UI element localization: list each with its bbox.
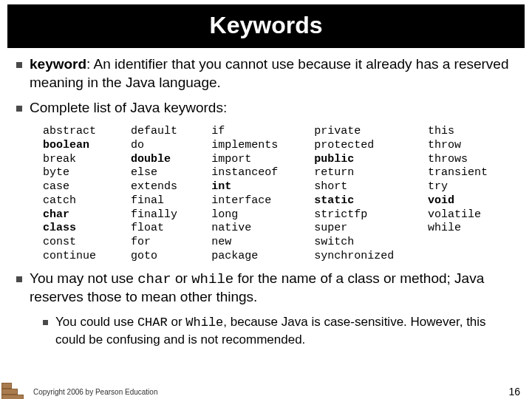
bullet-text: Complete list of Java keywords: bbox=[30, 99, 227, 117]
copyright-text: Copyright 2006 by Pearson Education bbox=[33, 388, 157, 396]
bullet-may-not-use: You may not use char or while for the na… bbox=[16, 270, 516, 307]
keyword-char: char bbox=[43, 208, 69, 221]
keyword-this: this bbox=[428, 125, 454, 137]
slide: Keywords keyword: An identifier that you… bbox=[0, 4, 532, 399]
keyword-do: do bbox=[131, 139, 144, 151]
keyword-transient: transient bbox=[428, 166, 488, 179]
text-fragment: You could use bbox=[55, 315, 137, 329]
stair-step bbox=[1, 383, 12, 389]
keyword-throws: throws bbox=[428, 153, 468, 166]
keyword-int: int bbox=[211, 180, 231, 193]
keyword-double: double bbox=[131, 153, 171, 166]
keyword-break: break bbox=[43, 153, 76, 166]
keyword-default: default bbox=[131, 125, 177, 137]
code-char: char bbox=[137, 271, 171, 287]
code-char-upper: CHAR bbox=[137, 316, 168, 330]
keyword-abstract: abstract bbox=[43, 125, 96, 137]
keywords-col-3: if implements import instanceof int inte… bbox=[211, 125, 314, 264]
keyword-switch: switch bbox=[314, 236, 354, 248]
page-number: 16 bbox=[508, 386, 520, 398]
slide-title: Keywords bbox=[7, 4, 525, 48]
keyword-float: float bbox=[131, 222, 164, 234]
keyword-implements: implements bbox=[211, 139, 278, 151]
keyword-try: try bbox=[428, 180, 448, 193]
keyword-super: super bbox=[314, 222, 347, 234]
code-while: while bbox=[191, 271, 233, 287]
keyword-native: native bbox=[211, 222, 251, 234]
keyword-final: final bbox=[131, 194, 164, 207]
keywords-col-2: default do double else extends final fin… bbox=[131, 125, 211, 264]
keyword-new: new bbox=[211, 236, 231, 248]
keyword-strictfp: strictfp bbox=[314, 208, 367, 221]
text-fragment: You may not use bbox=[30, 270, 137, 286]
keyword-finally: finally bbox=[131, 208, 177, 221]
keywords-col-4: private protected public return short st… bbox=[314, 125, 428, 264]
keyword-void: void bbox=[428, 194, 454, 207]
keyword-return: return bbox=[314, 166, 354, 179]
stairs-icon bbox=[1, 381, 24, 399]
keyword-interface: interface bbox=[211, 194, 271, 207]
sub-bullet-case-sensitive: You could use CHAR or While, because Jav… bbox=[43, 314, 516, 349]
keyword-const: const bbox=[43, 236, 76, 248]
keyword-package: package bbox=[211, 250, 258, 262]
bullet-marker-icon bbox=[16, 276, 22, 282]
keyword-else: else bbox=[131, 166, 157, 179]
bullet-marker-icon bbox=[16, 106, 22, 112]
bullet-marker-icon bbox=[16, 62, 22, 68]
keyword-case: case bbox=[43, 180, 69, 193]
keyword-if: if bbox=[211, 125, 225, 137]
keyword-goto: goto bbox=[131, 250, 157, 262]
definition-text: : An identifier that you cannot use beca… bbox=[30, 56, 509, 90]
keyword-for: for bbox=[131, 236, 151, 248]
keyword-synchronized: synchronized bbox=[314, 250, 394, 262]
keyword-term: keyword bbox=[30, 56, 86, 72]
keyword-continue: continue bbox=[43, 250, 96, 262]
keyword-import: import bbox=[211, 153, 251, 166]
keywords-col-5: this throw throws transient try void vol… bbox=[428, 125, 516, 264]
keyword-extends: extends bbox=[131, 180, 177, 193]
stair-step bbox=[1, 389, 18, 395]
keyword-byte: byte bbox=[43, 166, 69, 179]
bullet-complete-list: Complete list of Java keywords: bbox=[16, 99, 516, 117]
keyword-instanceof: instanceof bbox=[211, 166, 278, 179]
bullet-definition: keyword: An identifier that you cannot u… bbox=[16, 55, 516, 92]
text-fragment: or bbox=[168, 315, 186, 329]
keyword-throw: throw bbox=[428, 139, 461, 151]
keyword-boolean: boolean bbox=[43, 139, 89, 151]
text-fragment: or bbox=[171, 270, 191, 286]
bullet-marker-icon bbox=[43, 320, 48, 325]
keyword-public: public bbox=[314, 153, 354, 166]
bullet-text: keyword: An identifier that you cannot u… bbox=[30, 55, 516, 92]
keyword-short: short bbox=[314, 180, 347, 193]
keyword-private: private bbox=[314, 125, 361, 137]
sub-bullet-text: You could use CHAR or While, because Jav… bbox=[55, 314, 516, 349]
keyword-class: class bbox=[43, 222, 76, 234]
stair-step bbox=[1, 395, 24, 399]
keywords-col-1: abstract boolean break byte case catch c… bbox=[43, 125, 131, 264]
slide-content: keyword: An identifier that you cannot u… bbox=[0, 48, 532, 349]
keywords-table: abstract boolean break byte case catch c… bbox=[43, 125, 516, 264]
keyword-while: while bbox=[428, 222, 461, 234]
keyword-volatile: volatile bbox=[428, 208, 481, 221]
code-while-cap: While bbox=[185, 316, 223, 330]
keyword-catch: catch bbox=[43, 194, 76, 207]
keyword-static: static bbox=[314, 194, 354, 207]
bullet-text: You may not use char or while for the na… bbox=[30, 270, 516, 307]
keyword-protected: protected bbox=[314, 139, 374, 151]
keyword-long: long bbox=[211, 208, 238, 221]
